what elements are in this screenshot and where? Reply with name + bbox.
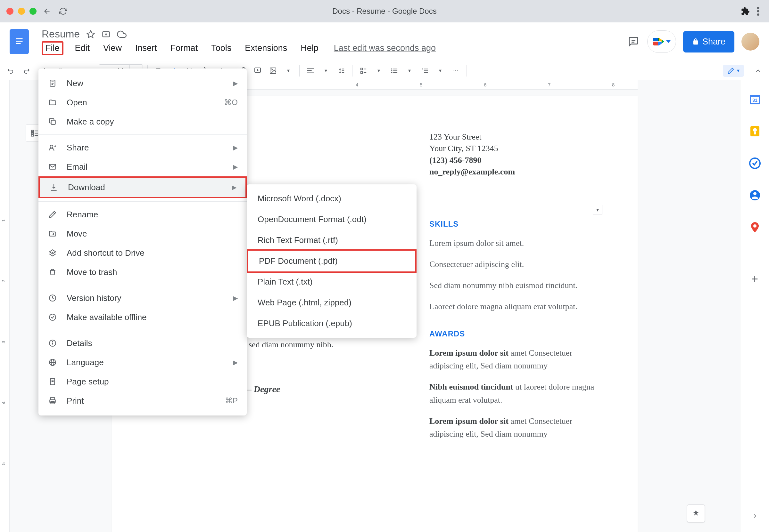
browser-reload-button[interactable] [58, 6, 69, 17]
file-menu-make-available-offline[interactable]: Make available offline [38, 308, 247, 327]
menu-item-label: Download [68, 182, 105, 192]
menu-insert[interactable]: Insert [133, 42, 159, 54]
tasks-icon[interactable] [749, 157, 761, 170]
menu-file[interactable]: File [42, 41, 63, 55]
add-on-button[interactable]: + [751, 272, 758, 286]
file-menu-move-to-trash[interactable]: Move to trash [38, 262, 247, 282]
file-menu-open[interactable]: Open⌘O [38, 93, 247, 112]
download-option-rich[interactable]: Rich Text Format (.rtf) [247, 230, 417, 251]
contacts-icon[interactable] [749, 189, 761, 202]
cloud-status-icon[interactable] [117, 29, 126, 39]
menu-tools[interactable]: Tools [209, 42, 233, 54]
checklist-button[interactable] [357, 64, 370, 77]
file-menu-print[interactable]: Print⌘P [38, 391, 247, 410]
download-submenu: Microsoft Word (.docx)OpenDocument Forma… [247, 184, 417, 338]
trash-icon [47, 267, 58, 277]
award-item: Lorem ipsum dolor sit amet Consectetuer … [429, 347, 596, 373]
last-edit-link[interactable]: Last edit was seconds ago [334, 43, 436, 53]
file-menu-email[interactable]: Email▶ [38, 157, 247, 176]
window-close-button[interactable] [6, 8, 13, 15]
checklist-dropdown-icon[interactable]: ▾ [372, 64, 385, 77]
share-button[interactable]: Share [683, 31, 734, 52]
svg-rect-24 [393, 69, 397, 69]
bullet-list-button[interactable] [388, 64, 401, 77]
svg-point-52 [50, 145, 53, 148]
download-option-epub[interactable]: EPUB Publication (.epub) [247, 313, 417, 334]
browser-back-button[interactable] [42, 6, 53, 17]
editing-mode-button[interactable]: ▾ [723, 65, 744, 77]
collapse-side-panel-button[interactable] [752, 513, 758, 519]
mail-icon [47, 162, 58, 172]
menu-format[interactable]: Format [168, 42, 200, 54]
download-option-plain[interactable]: Plain Text (.txt) [247, 271, 417, 292]
info-icon [47, 338, 58, 348]
browser-toolbar: Docs - Resume - Google Docs [0, 0, 769, 22]
align-dropdown-icon[interactable]: ▾ [320, 64, 332, 77]
svg-rect-3 [16, 38, 23, 39]
document-title[interactable]: Resume [42, 28, 80, 40]
move-icon[interactable] [101, 30, 110, 39]
undo-button[interactable] [4, 64, 17, 77]
file-menu-version-history[interactable]: Version history▶ [38, 288, 247, 308]
download-option-opendocument[interactable]: OpenDocument Format (.odt) [247, 209, 417, 230]
menu-item-label: Print [67, 396, 84, 406]
section-heading-skills: SKILLS [429, 220, 596, 229]
svg-rect-14 [307, 68, 314, 69]
download-option-web[interactable]: Web Page (.html, zipped) [247, 292, 417, 313]
download-icon [49, 182, 59, 192]
submenu-arrow-icon: ▶ [233, 359, 238, 366]
keep-icon[interactable] [749, 125, 761, 138]
svg-rect-17 [360, 68, 362, 70]
svg-point-23 [391, 72, 392, 73]
comments-button[interactable] [627, 35, 640, 48]
file-menu-add-shortcut-to-drive[interactable]: Add shortcut to Drive [38, 243, 247, 262]
shortcut-icon [47, 248, 58, 258]
meet-button[interactable] [647, 30, 676, 53]
menu-edit[interactable]: Edit [73, 42, 92, 54]
star-icon[interactable] [86, 30, 95, 39]
file-menu-make-a-copy[interactable]: Make a copy [38, 112, 247, 131]
explore-button[interactable] [687, 504, 705, 522]
file-menu-language[interactable]: Language▶ [38, 353, 247, 372]
window-maximize-button[interactable] [29, 8, 36, 15]
maps-icon[interactable] [749, 221, 761, 234]
submenu-arrow-icon: ▶ [233, 163, 238, 171]
file-menu-move[interactable]: Move [38, 224, 247, 243]
numbered-dropdown-icon[interactable]: ▾ [434, 64, 447, 77]
user-avatar[interactable] [741, 33, 759, 51]
image-dropdown-icon[interactable]: ▾ [282, 64, 295, 77]
file-menu-details[interactable]: Details [38, 334, 247, 353]
more-button[interactable]: ⋯ [449, 64, 462, 77]
file-menu-new[interactable]: New▶ [38, 74, 247, 93]
download-option-pdf[interactable]: PDF Document (.pdf) [247, 249, 417, 273]
submenu-arrow-icon: ▶ [233, 144, 238, 151]
window-minimize-button[interactable] [18, 8, 25, 15]
download-option-microsoft[interactable]: Microsoft Word (.docx) [247, 188, 417, 209]
svg-rect-25 [393, 70, 397, 71]
print-icon [47, 396, 58, 406]
svg-rect-16 [307, 72, 314, 72]
file-menu-share[interactable]: Share▶ [38, 138, 247, 157]
submenu-arrow-icon: ▶ [232, 183, 237, 191]
file-menu-download[interactable]: Download▶ [38, 176, 247, 198]
align-button[interactable] [304, 64, 317, 77]
menu-help[interactable]: Help [299, 42, 320, 54]
numbered-list-button[interactable]: 1 [418, 64, 431, 77]
calendar-icon[interactable]: 31 [749, 93, 761, 106]
browser-menu-button[interactable] [754, 6, 763, 17]
file-menu-rename[interactable]: Rename [38, 205, 247, 224]
extensions-icon[interactable] [740, 6, 750, 16]
hide-menus-button[interactable] [752, 64, 765, 77]
menu-view[interactable]: View [101, 42, 124, 54]
line-spacing-button[interactable] [335, 64, 348, 77]
svg-point-13 [271, 69, 272, 70]
file-menu-page-setup[interactable]: Page setup [38, 372, 247, 391]
menu-extensions[interactable]: Extensions [243, 42, 289, 54]
menu-item-label: Open [67, 98, 87, 108]
expand-section-icon[interactable]: ▾ [593, 205, 603, 214]
bullet-dropdown-icon[interactable]: ▾ [403, 64, 416, 77]
redo-button[interactable] [20, 64, 33, 77]
docs-logo-icon[interactable] [10, 29, 29, 54]
comment-button[interactable] [251, 64, 264, 77]
image-button[interactable] [267, 64, 279, 77]
